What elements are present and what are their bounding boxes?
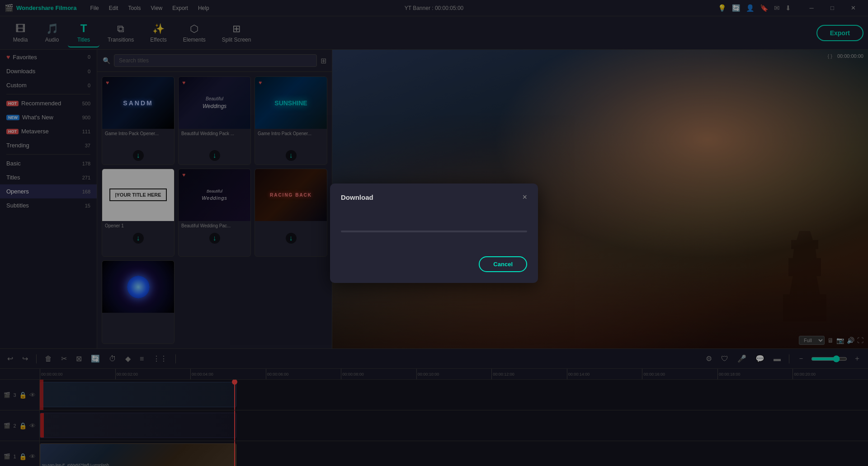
download-dialog: Download × Cancel (330, 184, 538, 283)
dialog-content (341, 221, 527, 241)
dialog-footer: Cancel (341, 256, 527, 272)
dialog-body (341, 211, 527, 252)
dialog-close-button[interactable]: × (522, 193, 527, 202)
dialog-header: Download × (341, 193, 527, 202)
dialog-title: Download (341, 193, 373, 201)
modal-overlay: Download × Cancel (0, 0, 868, 466)
cancel-button[interactable]: Cancel (479, 256, 527, 272)
progress-bar-container (341, 231, 527, 232)
